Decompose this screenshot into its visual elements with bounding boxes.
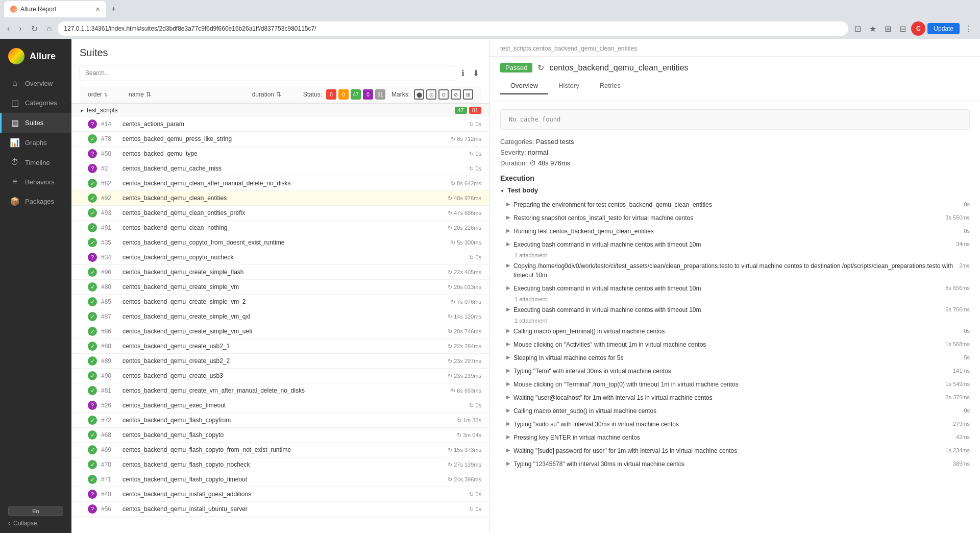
step-item[interactable]: ▶ Calling macro enter_sudo() in virtual … — [500, 404, 970, 418]
suite-item[interactable]: ✓ #91 centos_backend_qemu_clean_nothing … — [71, 221, 489, 235]
sidebar-item-behaviors[interactable]: ≡ Behaviors — [0, 172, 71, 191]
back-button[interactable]: ‹ — [4, 22, 13, 35]
address-bar[interactable]: 127.0.1.1:34361/index.html#suites/2d3bdf… — [58, 21, 848, 36]
step-item[interactable]: ▶ Executing bash command in virtual mach… — [500, 238, 970, 251]
suite-duration: ↻ 1m 33s — [457, 417, 481, 424]
order-column-header[interactable]: order — [88, 91, 129, 98]
suite-item[interactable]: ✓ #81 centos_backend_qemu_create_vm_afte… — [71, 383, 489, 398]
suite-name: centos_backend_qemu_create_usb2_2 — [122, 357, 448, 365]
suite-item[interactable]: ✓ #72 centos_backend_qemu_flash_copyfrom… — [71, 413, 489, 428]
update-button[interactable]: Update — [927, 23, 960, 34]
duration-column-header[interactable]: duration ⇅ — [252, 91, 303, 98]
step-item[interactable]: ▶ Executing bash command in virtual mach… — [500, 282, 970, 295]
status-broken-filter[interactable]: 0 — [338, 89, 349, 100]
sidebar-item-packages[interactable]: 📦 Packages — [0, 191, 71, 211]
sidebar-item-categories[interactable]: ◫ Categories — [0, 93, 71, 113]
suite-item[interactable]: ? #2 centos_backend_qemu_cache_miss ↻ 0s — [71, 161, 489, 176]
download-button[interactable]: ⬇ — [471, 66, 481, 80]
language-button[interactable]: En — [8, 506, 63, 516]
suite-item-selected[interactable]: ✓ #92 centos_backend_qemu_clean_entities… — [71, 191, 489, 206]
step-item[interactable]: ▶ Preparing the environment for test cen… — [500, 198, 970, 211]
app-container: Allure ⌂ Overview ◫ Categories ▤ Suites … — [0, 39, 980, 533]
suite-item[interactable]: ? #26 centos_backend_qemu_exec_timeout ↻… — [71, 398, 489, 413]
suite-item[interactable]: ✓ #96 centos_backend_qemu_create_simple_… — [71, 265, 489, 280]
menu-button[interactable]: ⋮ — [962, 22, 976, 36]
status-skipped-filter[interactable]: 61 — [375, 89, 385, 100]
step-item[interactable]: ▶ Sleeping in virtual machine centos for… — [500, 351, 970, 365]
new-tab-button[interactable]: + — [108, 3, 119, 16]
name-column-header[interactable]: name ⇅ — [129, 91, 252, 98]
suite-item[interactable]: ? #34 centos_backend_qemu_copyto_nocheck… — [71, 250, 489, 265]
mark-icon-5[interactable]: ⊞ — [463, 89, 473, 100]
search-input[interactable] — [80, 65, 455, 81]
step-time: 0s — [964, 201, 970, 207]
suite-item[interactable]: ✓ #70 centos_backend_qemu_flash_copyto_n… — [71, 457, 489, 472]
sidebar-item-graphs[interactable]: 📊 Graphs — [0, 133, 71, 153]
suite-item[interactable]: ? #14 centos_actions_param ↻ 0s — [71, 117, 489, 132]
suite-item[interactable]: ✓ #71 centos_backend_qemu_flash_copyto_t… — [71, 472, 489, 487]
suite-item[interactable]: ✓ #35 centos_backend_qemu_copyto_from_do… — [71, 235, 489, 250]
suite-item[interactable]: ✓ #89 centos_backend_qemu_create_usb2_2 … — [71, 354, 489, 369]
mark-icon-3[interactable]: ⊙ — [438, 89, 449, 100]
step-item[interactable]: ▶ Mouse clicking on "Terminal".from_top(… — [500, 378, 970, 391]
step-item[interactable]: ▶ Typing "Term" with interval 30ms in vi… — [500, 365, 970, 378]
suite-item[interactable]: ? #48 centos_backend_qemu_install_guest_… — [71, 487, 489, 502]
tab-history[interactable]: History — [548, 78, 589, 94]
suite-group-header[interactable]: test_scripts 47 81 — [71, 104, 489, 117]
suite-item[interactable]: ? #50 centos_backed_qemu_type ↻ 0s — [71, 147, 489, 161]
profile-button[interactable]: ⊟ — [896, 22, 909, 36]
status-failed-filter[interactable]: 0 — [326, 89, 336, 100]
suite-item[interactable]: ✓ #82 centos_backend_qemu_clean_after_ma… — [71, 176, 489, 191]
mark-icon-1[interactable]: ⬤ — [414, 89, 424, 100]
suite-item[interactable]: ✓ #85 centos_backend_qemu_create_simple_… — [71, 295, 489, 309]
suite-item[interactable]: ✓ #68 centos_backend_qemu_flash_copyto ↻… — [71, 428, 489, 443]
tab-overview[interactable]: Overview — [500, 78, 548, 94]
suite-item[interactable]: ✓ #88 centos_backend_qemu_create_usb2_1 … — [71, 339, 489, 354]
step-item[interactable]: ▶ Waiting "user@localhost" for 1m with i… — [500, 391, 970, 404]
cast-button[interactable]: ⊡ — [851, 22, 864, 36]
step-item[interactable]: ▶ Mouse clicking on "Activities" with ti… — [500, 338, 970, 351]
status-passed-filter[interactable]: 47 — [351, 89, 361, 100]
test-body-title[interactable]: Test body — [500, 186, 970, 194]
step-item[interactable]: ▶ Executing bash command in virtual mach… — [500, 303, 970, 317]
user-profile-button[interactable]: C — [911, 21, 925, 36]
step-item[interactable]: ▶ Typing "12345678" with interval 30ms i… — [500, 457, 970, 471]
sidebar-item-timeline[interactable]: ⏱ Timeline — [0, 153, 71, 172]
duration-label: duration — [252, 91, 274, 98]
group-chevron — [80, 107, 84, 114]
step-item[interactable]: ▶ Waiting "[sudo] password for user" for… — [500, 444, 970, 457]
step-item[interactable]: ▶ Calling macro open_terminal() in virtu… — [500, 325, 970, 338]
mark-icon-2[interactable]: ◎ — [426, 89, 436, 100]
suite-item[interactable]: ✓ #93 centos_backend_qemu_clean_entities… — [71, 206, 489, 221]
suite-item[interactable]: ✓ #78 centos_backed_qemu_press_like_stri… — [71, 132, 489, 147]
suite-item[interactable]: ? #56 centos_backend_qemu_install_ubuntu… — [71, 502, 489, 517]
suite-item[interactable]: ✓ #90 centos_backend_qemu_create_usb3 ↻ … — [71, 369, 489, 383]
sidebar-item-suites[interactable]: ▤ Suites — [0, 113, 71, 133]
tab-retries[interactable]: Retries — [590, 78, 631, 94]
collapse-button[interactable]: ‹ Collapse — [8, 520, 63, 527]
suite-item[interactable]: ✓ #86 centos_backend_qemu_create_simple_… — [71, 324, 489, 339]
mark-icon-4[interactable]: ⊘ — [451, 89, 461, 100]
step-item[interactable]: ▶ Restoring snapshot centos_install_test… — [500, 211, 970, 225]
info-button[interactable]: ℹ — [459, 66, 467, 80]
suite-item[interactable]: ✓ #69 centos_backend_qemu_flash_copyto_f… — [71, 443, 489, 457]
active-tab[interactable]: Allure Report ✕ — [4, 1, 106, 17]
timeline-icon: ⏱ — [10, 158, 20, 167]
tab-close-button[interactable]: ✕ — [95, 6, 100, 13]
reload-button[interactable]: ↻ — [28, 22, 41, 36]
step-item[interactable]: ▶ Running test centos_backend_qemu_clean… — [500, 225, 970, 238]
home-button[interactable]: ⌂ — [44, 22, 55, 35]
suite-item[interactable]: ✓ #80 centos_backend_qemu_create_simple_… — [71, 280, 489, 295]
bookmark-button[interactable]: ★ — [866, 22, 879, 36]
sidebar-item-overview[interactable]: ⌂ Overview — [0, 74, 71, 93]
extensions-button[interactable]: ⊞ — [881, 22, 894, 36]
step-time: 42ms — [956, 434, 970, 440]
suite-item[interactable]: ✓ #87 centos_backend_qemu_create_simple_… — [71, 309, 489, 324]
step-item[interactable]: ▶ Copying /home/log0div0/work/testo/ci/t… — [500, 259, 970, 282]
step-time: 279ms — [953, 421, 970, 427]
forward-button[interactable]: › — [16, 22, 24, 35]
step-item[interactable]: ▶ Typing "sudo su" with interval 30ms in… — [500, 418, 970, 431]
status-icon-unknown: ? — [88, 401, 97, 410]
step-item[interactable]: ▶ Pressing key ENTER in virtual machine … — [500, 431, 970, 444]
status-unknown-filter[interactable]: 0 — [363, 89, 373, 100]
